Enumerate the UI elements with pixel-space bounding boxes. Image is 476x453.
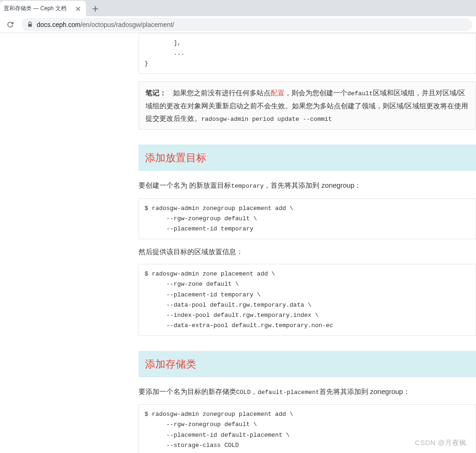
section-add-storage-class: 添加存储类 [139, 351, 476, 377]
browser-tabstrip: 置和存储类 — Ceph 文档 [0, 0, 476, 16]
section1-mid: 然后提供该目标的区域放置信息： [139, 246, 476, 258]
note-link[interactable]: 配置 [271, 89, 284, 97]
note-box: 笔记： 如果您之前没有进行任何多站点配置，则会为您创建一个default区域和区… [139, 81, 476, 130]
section-add-placement-target: 添加放置目标 [139, 144, 476, 171]
page-viewport: ], ... } 笔记： 如果您之前没有进行任何多站点配置，则会为您创建一个de… [0, 33, 476, 453]
lock-icon [27, 21, 33, 27]
code-block-zonegroup-add: $ radosgw-admin zonegroup placement add … [139, 198, 476, 239]
reload-button[interactable] [4, 18, 17, 31]
section1-intro: 要创建一个名为 的新放置目标temporary，首先将其添加到 zonegrou… [139, 179, 476, 191]
close-icon[interactable] [75, 6, 81, 12]
note-label: 笔记： [145, 89, 166, 97]
browser-tab[interactable]: 置和存储类 — Ceph 文档 [0, 1, 86, 16]
address-bar: docs.ceph.com/en/octopus/radosgw/placeme… [0, 16, 476, 33]
url-input[interactable]: docs.ceph.com/en/octopus/radosgw/placeme… [21, 18, 472, 31]
left-margin [0, 33, 139, 453]
watermark: CSDN @月夜枫 [415, 439, 467, 447]
tab-title: 置和存储类 — Ceph 文档 [4, 5, 75, 13]
code-block-top: ], ... } [139, 33, 476, 74]
url-text: docs.ceph.com/en/octopus/radosgw/placeme… [37, 21, 174, 28]
section2-intro: 要添加一个名为目标的新存储类COLD，default-placement首先将其… [139, 386, 476, 398]
new-tab-button[interactable] [89, 2, 102, 15]
doc-content: ], ... } 笔记： 如果您之前没有进行任何多站点配置，则会为您创建一个de… [139, 33, 476, 453]
code-block-zone-add: $ radosgw-admin zone placement add \ --r… [139, 264, 476, 336]
